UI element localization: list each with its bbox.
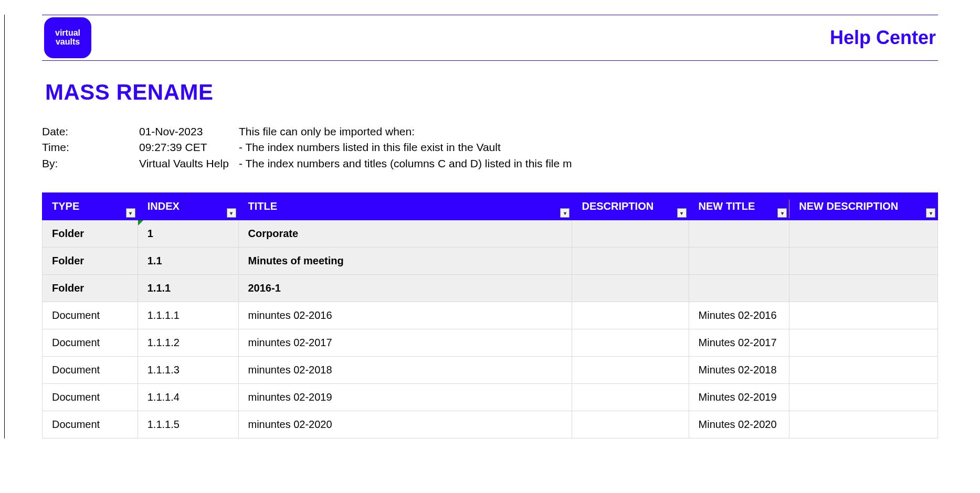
page-title: MASS RENAME — [45, 80, 938, 105]
note-line1: This file can only be imported when: — [239, 124, 572, 140]
note-line3: - The index numbers and titles (columns … — [239, 156, 572, 172]
cell-indicator-icon — [138, 220, 143, 226]
table-row[interactable]: Document1.1.1.5minuntes 02-2020Minutes 0… — [43, 411, 938, 438]
cell-title[interactable]: minuntes 02-2016 — [238, 302, 572, 329]
logo: virtual vaults — [44, 17, 91, 58]
filter-button-type[interactable]: ▾ — [126, 208, 135, 218]
cell-title[interactable]: Minutes of meeting — [238, 248, 572, 275]
filter-button-description[interactable]: ▾ — [677, 208, 687, 218]
cell-description[interactable] — [572, 302, 689, 329]
col-header-newdescription-label: NEW DESCRIPTION — [799, 200, 898, 212]
col-header-title-label: TITLE — [248, 200, 278, 212]
filter-button-title[interactable]: ▾ — [560, 208, 570, 218]
value-time: 09:27:39 CET — [139, 140, 239, 155]
cell-type[interactable]: Folder — [43, 275, 138, 302]
cell-newdescription[interactable] — [789, 275, 938, 302]
meta-block: Date: Time: By: 01-Nov-2023 09:27:39 CET… — [42, 124, 938, 172]
table-row[interactable]: Document1.1.1.3minuntes 02-2018Minutes 0… — [43, 357, 938, 384]
col-header-type-label: TYPE — [52, 200, 79, 212]
label-date: Date: — [42, 124, 139, 140]
cell-newtitle[interactable]: Minutes 02-2020 — [689, 411, 789, 438]
table-row[interactable]: Folder1Corporate — [43, 220, 938, 248]
data-table: TYPE ▾ INDEX ▾ TITLE ▾ DESCRIPTION ▾ NEW… — [42, 192, 938, 438]
table-row[interactable]: Document1.1.1.1minuntes 02-2016Minutes 0… — [43, 302, 938, 329]
cell-type[interactable]: Document — [43, 302, 138, 329]
cell-newdescription[interactable] — [789, 384, 938, 411]
table-body: Folder1CorporateFolder1.1Minutes of meet… — [43, 220, 938, 438]
col-header-newtitle-label: NEW TITLE — [699, 200, 755, 212]
cell-newdescription[interactable] — [789, 357, 938, 384]
cell-type[interactable]: Folder — [43, 248, 138, 275]
cell-newdescription[interactable] — [789, 411, 938, 438]
cell-newdescription[interactable] — [789, 302, 938, 329]
col-header-index[interactable]: INDEX ▾ — [138, 193, 238, 220]
table-row[interactable]: Document1.1.1.2minuntes 02-2017Minutes 0… — [43, 329, 938, 357]
header: virtual vaults Help Center — [42, 15, 938, 60]
cell-description[interactable] — [572, 357, 689, 384]
logo-line1: virtual — [55, 29, 80, 38]
filter-button-index[interactable]: ▾ — [227, 208, 236, 218]
cell-index[interactable]: 1.1.1.2 — [138, 329, 238, 357]
col-header-type[interactable]: TYPE ▾ — [43, 193, 138, 220]
cell-newtitle[interactable] — [689, 220, 789, 248]
cell-newtitle[interactable] — [689, 248, 789, 275]
bottom-divider — [42, 60, 938, 61]
cell-title[interactable]: minuntes 02-2018 — [238, 357, 572, 384]
cell-index[interactable]: 1.1.1 — [138, 275, 238, 302]
help-center-link[interactable]: Help Center — [830, 27, 936, 49]
filter-button-newtitle[interactable]: ▾ — [777, 208, 787, 218]
cell-description[interactable] — [572, 384, 689, 411]
cell-type[interactable]: Document — [43, 384, 138, 411]
cell-type[interactable]: Document — [43, 357, 138, 384]
cell-newdescription[interactable] — [789, 248, 938, 275]
cell-title[interactable]: minuntes 02-2017 — [238, 329, 572, 357]
cell-description[interactable] — [572, 248, 689, 275]
label-by: By: — [42, 156, 139, 172]
cell-type[interactable]: Folder — [43, 220, 138, 248]
cell-index[interactable]: 1.1.1.3 — [138, 357, 238, 384]
cell-newtitle[interactable]: Minutes 02-2018 — [689, 357, 789, 384]
col-header-index-label: INDEX — [147, 200, 180, 212]
value-date: 01-Nov-2023 — [139, 124, 239, 140]
cell-newtitle[interactable]: Minutes 02-2016 — [689, 302, 789, 329]
cell-description[interactable] — [572, 411, 689, 438]
cell-newdescription[interactable] — [789, 220, 938, 248]
col-header-newdescription[interactable]: NEW DESCRIPTION ▾ — [789, 193, 938, 220]
col-header-description-label: DESCRIPTION — [582, 200, 654, 212]
meta-labels: Date: Time: By: — [42, 124, 139, 172]
cell-newtitle[interactable] — [689, 275, 789, 302]
cell-description[interactable] — [572, 220, 689, 248]
cell-title[interactable]: 2016-1 — [238, 275, 572, 302]
col-header-description[interactable]: DESCRIPTION ▾ — [572, 193, 689, 220]
cell-index[interactable]: 1.1 — [138, 248, 238, 275]
page-left-border — [4, 15, 5, 438]
label-time: Time: — [42, 140, 139, 155]
cell-type[interactable]: Document — [43, 329, 138, 357]
table-header-row: TYPE ▾ INDEX ▾ TITLE ▾ DESCRIPTION ▾ NEW… — [43, 193, 938, 220]
cell-newdescription[interactable] — [789, 329, 938, 357]
cell-index[interactable]: 1.1.1.1 — [138, 302, 238, 329]
cell-index[interactable]: 1 — [138, 220, 238, 248]
cell-title[interactable]: Corporate — [238, 220, 572, 248]
col-header-newtitle[interactable]: NEW TITLE ▾ — [689, 193, 789, 220]
cell-title[interactable]: minuntes 02-2019 — [238, 384, 572, 411]
table-row[interactable]: Folder1.1.12016-1 — [43, 275, 938, 302]
cell-newtitle[interactable]: Minutes 02-2017 — [689, 329, 789, 357]
cell-index[interactable]: 1.1.1.5 — [138, 411, 238, 438]
filter-button-newdescription[interactable]: ▾ — [926, 208, 935, 218]
cell-title[interactable]: minuntes 02-2020 — [238, 411, 572, 438]
cell-newtitle[interactable]: Minutes 02-2019 — [689, 384, 789, 411]
cell-type[interactable]: Document — [43, 411, 138, 438]
note-line2: - The index numbers listed in this file … — [239, 140, 572, 155]
cell-index[interactable]: 1.1.1.4 — [138, 384, 238, 411]
col-header-title[interactable]: TITLE ▾ — [238, 193, 572, 220]
meta-values: 01-Nov-2023 09:27:39 CET Virtual Vaults … — [139, 124, 239, 172]
cell-description[interactable] — [572, 275, 689, 302]
table-row[interactable]: Document1.1.1.4minuntes 02-2019Minutes 0… — [43, 384, 938, 411]
meta-notes: This file can only be imported when: - T… — [239, 124, 572, 172]
value-by: Virtual Vaults Help — [139, 156, 239, 172]
logo-line2: vaults — [56, 38, 80, 47]
cell-description[interactable] — [572, 329, 689, 357]
table-row[interactable]: Folder1.1Minutes of meeting — [43, 248, 938, 275]
